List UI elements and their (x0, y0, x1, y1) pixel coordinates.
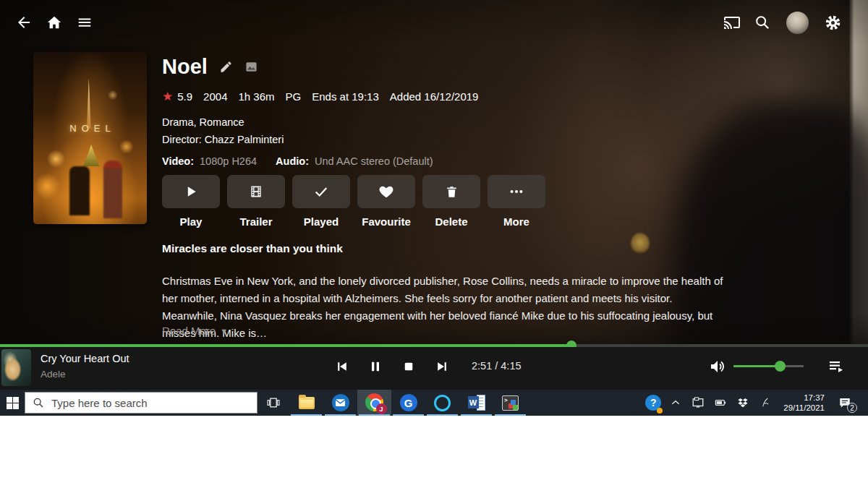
action-center-button[interactable]: 2 (834, 393, 856, 413)
dropbox-icon (736, 397, 749, 408)
more-button[interactable]: More (488, 175, 545, 228)
running-indicator (291, 414, 322, 416)
heart-icon (378, 184, 394, 200)
edit-metadata-button[interactable] (219, 60, 233, 74)
delete-button[interactable]: Delete (422, 175, 480, 228)
taskbar-app-chrome[interactable]: J (357, 390, 391, 416)
audio-label: Audio: (276, 155, 309, 167)
help-notification-dot (657, 408, 663, 414)
settings-button[interactable] (817, 7, 848, 38)
date-added: Added 16/12/2019 (390, 90, 479, 103)
trailer-button[interactable]: Trailer (227, 175, 285, 228)
read-more-link[interactable]: Read More ▼ (162, 325, 228, 337)
running-indicator (325, 414, 356, 416)
volume-knob[interactable] (775, 361, 786, 372)
user-avatar[interactable] (786, 12, 809, 34)
start-button[interactable] (0, 390, 25, 416)
dropbox-tray-icon[interactable] (734, 393, 752, 413)
hidden-icons-chevron[interactable] (667, 393, 684, 413)
backdrop-police-badge (631, 233, 650, 254)
played-button[interactable]: Played (292, 175, 350, 228)
audio-value[interactable]: Und AAC stereo (Default) (315, 155, 433, 167)
running-indicator (461, 414, 492, 416)
media-app-screen: NOEL Noel ★ 5.9 2004 1h 36m PG Ends at 1… (0, 0, 868, 416)
play-button-bg (162, 175, 220, 208)
more-button-bg (488, 175, 545, 208)
chrome-profile-badge: J (376, 403, 387, 414)
volume-slider[interactable] (733, 365, 804, 367)
taskbar-app-word[interactable]: W (459, 390, 493, 416)
playback-time: 2:51 / 4:15 (472, 360, 522, 372)
running-indicator (393, 414, 424, 416)
mail-icon (332, 394, 349, 411)
help-tray-icon[interactable]: ? (644, 393, 662, 413)
search-icon (754, 14, 770, 30)
title-row: Noel (162, 55, 478, 79)
genres[interactable]: Drama, Romance (162, 116, 478, 128)
menu-button[interactable] (69, 7, 100, 38)
poster-building (87, 78, 91, 129)
taskbar-app-terminal[interactable]: > (493, 390, 527, 416)
taskbar-app-mail[interactable] (323, 390, 357, 416)
word-icon: W (468, 395, 485, 411)
battery-icon (713, 397, 728, 408)
check-icon (313, 184, 329, 200)
task-view-icon (266, 395, 281, 410)
taskbar-app-alexa[interactable] (425, 390, 459, 416)
notification-badge: 2 (847, 403, 857, 413)
back-button[interactable] (9, 7, 39, 38)
volume-button[interactable] (709, 358, 726, 378)
now-playing-bar: Cry Your Heart Out Adele 2:51 / 4:15 (0, 347, 868, 390)
poster-title-text: NOEL (33, 123, 147, 134)
taskbar-search-input[interactable] (51, 397, 232, 409)
previous-track-button[interactable] (331, 356, 353, 377)
battery-tray-icon[interactable] (712, 393, 729, 413)
system-tray: ? 17:37 29/11/2021 (644, 390, 868, 416)
movie-poster: NOEL (33, 52, 147, 224)
pen-tray-icon[interactable] (757, 393, 774, 413)
image-icon (244, 60, 258, 74)
edit-images-button[interactable] (244, 60, 258, 74)
cast-button[interactable] (717, 7, 747, 38)
poster-couple-figure (69, 166, 90, 215)
track-title[interactable]: Cry Your Heart Out (41, 353, 129, 364)
pause-button[interactable] (365, 356, 386, 377)
taskbar-app-messenger[interactable]: G (391, 390, 425, 416)
taskbar-clock[interactable]: 17:37 29/11/2021 (779, 393, 829, 413)
stop-icon (402, 360, 415, 373)
pen-icon (760, 396, 771, 409)
played-label: Played (292, 215, 350, 228)
action-buttons: Play Trailer Played Favourite Delete (162, 175, 545, 228)
favourite-button[interactable]: Favourite (357, 175, 415, 228)
movie-info: Noel ★ 5.9 2004 1h 36m PG Ends at 19:13 … (162, 55, 478, 167)
display-tray-icon[interactable] (689, 393, 707, 413)
chrome-icon: J (365, 393, 384, 412)
stop-button[interactable] (398, 356, 420, 377)
volume-fill (733, 365, 780, 367)
playlist-queue-button[interactable] (827, 357, 845, 377)
home-icon (46, 14, 62, 30)
film-icon (249, 184, 263, 199)
video-value[interactable]: 1080p H264 (200, 155, 257, 167)
home-button[interactable] (39, 7, 69, 38)
runtime: 1h 36m (238, 90, 274, 103)
album-art[interactable] (1, 349, 31, 386)
play-button[interactable]: Play (162, 175, 220, 228)
running-indicator (495, 414, 526, 416)
certificate: PG (286, 90, 302, 103)
taskbar-search-box[interactable] (25, 392, 258, 414)
more-label: More (488, 215, 545, 228)
poster-christmas-tree (83, 145, 99, 166)
search-button[interactable] (747, 7, 778, 38)
taskbar-app-file-explorer[interactable] (289, 390, 323, 416)
director[interactable]: Director: Chazz Palminteri (162, 134, 478, 145)
task-view-button[interactable] (258, 390, 289, 416)
ends-at: Ends at 19:13 (312, 90, 379, 103)
media-info-row: Video: 1080p H264 Audio: Und AAC stereo … (162, 155, 478, 167)
video-label: Video: (162, 155, 194, 167)
pause-icon (368, 359, 383, 374)
star-rating-icon: ★ (162, 89, 173, 104)
next-track-button[interactable] (431, 356, 453, 377)
cast-icon (723, 14, 741, 31)
track-artist[interactable]: Adele (41, 369, 66, 380)
